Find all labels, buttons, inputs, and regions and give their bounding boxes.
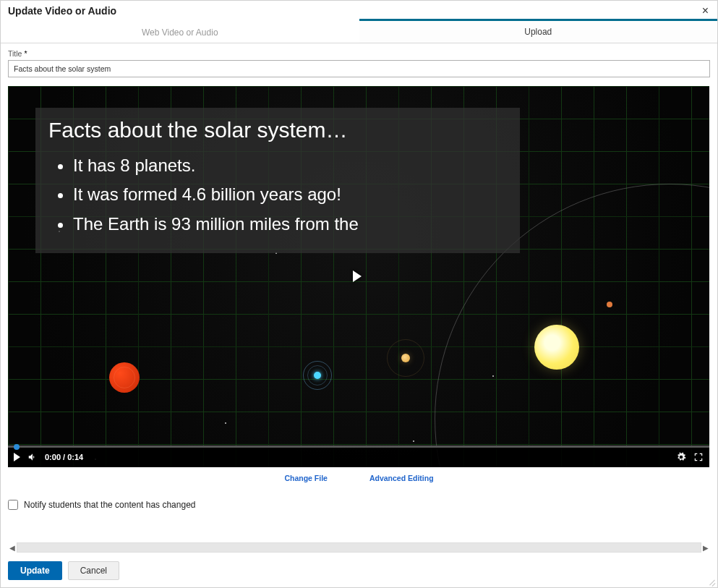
sun bbox=[534, 325, 579, 370]
notify-students-label: Notify students that the content has cha… bbox=[24, 500, 196, 510]
tab-upload[interactable]: Upload bbox=[359, 19, 718, 43]
planet-red bbox=[109, 362, 140, 393]
settings-button[interactable] bbox=[676, 452, 686, 462]
star bbox=[225, 422, 226, 424]
required-asterisk: * bbox=[24, 49, 27, 58]
notify-students-checkbox[interactable] bbox=[8, 500, 18, 510]
title-input[interactable] bbox=[8, 60, 710, 77]
close-icon[interactable]: × bbox=[701, 5, 710, 17]
tab-web-video-audio[interactable]: Web Video or Audio bbox=[1, 20, 359, 43]
star bbox=[413, 440, 414, 442]
scroll-right-icon[interactable]: ▶ bbox=[701, 544, 710, 552]
gear-icon bbox=[676, 452, 686, 462]
star bbox=[492, 375, 494, 377]
volume-icon bbox=[27, 452, 38, 462]
advanced-editing-link[interactable]: Advanced Editing bbox=[369, 474, 434, 482]
caption-bullet: It was formed 4.6 billion years ago! bbox=[73, 180, 507, 209]
caption-bullet: The Earth is 93 million miles from the bbox=[73, 210, 507, 239]
volume-button[interactable] bbox=[27, 452, 38, 462]
caption-title: Facts about the solar system… bbox=[48, 118, 507, 142]
title-label-text: Title bbox=[8, 49, 22, 58]
video-caption-overlay: Facts about the solar system… It has 8 p… bbox=[35, 108, 520, 253]
play-overlay-icon[interactable] bbox=[353, 270, 362, 282]
horizontal-scrollbar[interactable]: ◀ ▶ bbox=[8, 542, 710, 554]
video-progress-handle[interactable] bbox=[14, 444, 20, 450]
video-progress-track[interactable] bbox=[8, 446, 709, 448]
change-file-link[interactable]: Change File bbox=[284, 474, 328, 482]
dialog-title: Update Video or Audio bbox=[8, 5, 116, 17]
caption-bullet: It has 8 planets. bbox=[73, 151, 507, 180]
title-field-label: Title * bbox=[1, 43, 717, 60]
video-time-display: 0:00 / 0:14 bbox=[45, 453, 83, 461]
planet-yellow-small bbox=[401, 354, 410, 362]
play-button[interactable] bbox=[14, 453, 20, 461]
cancel-button[interactable]: Cancel bbox=[68, 561, 119, 580]
planet-blue bbox=[314, 372, 321, 379]
scroll-track[interactable] bbox=[17, 542, 701, 553]
scroll-left-icon[interactable]: ◀ bbox=[8, 544, 17, 552]
fullscreen-icon bbox=[693, 452, 704, 462]
video-controls-bar: 0:00 / 0:14 bbox=[8, 448, 709, 467]
update-button[interactable]: Update bbox=[8, 561, 62, 580]
fullscreen-button[interactable] bbox=[693, 452, 704, 462]
video-preview: Facts about the solar system… It has 8 p… bbox=[8, 86, 709, 467]
play-icon bbox=[14, 453, 20, 461]
planet-orange-small bbox=[607, 302, 612, 307]
resize-handle-icon[interactable] bbox=[708, 578, 715, 585]
